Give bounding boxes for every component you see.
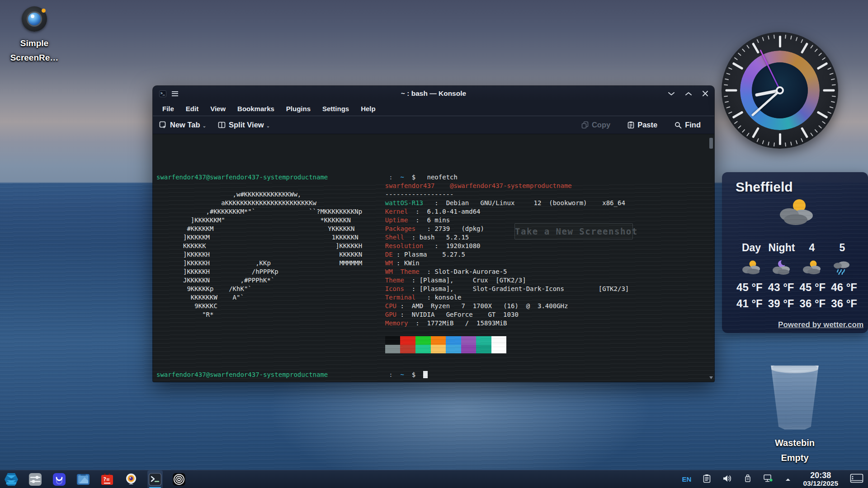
software-store-icon — [52, 473, 66, 486]
trash-icon — [769, 361, 820, 430]
menu-file[interactable]: File — [158, 103, 178, 114]
device-notifier-icon[interactable] — [744, 474, 751, 484]
scrollbar-thumb[interactable] — [709, 138, 713, 149]
forecast-col-night: Night — [768, 242, 796, 277]
menu-bookmarks[interactable]: Bookmarks — [233, 103, 278, 114]
paste-icon — [627, 121, 634, 129]
menu-help[interactable]: Help — [357, 103, 380, 114]
weather-current-icon — [722, 197, 868, 229]
scrollbar[interactable] — [708, 135, 714, 381]
taskbar-app-software-store[interactable] — [52, 470, 67, 488]
window-titlebar[interactable]: ~ : bash — Konsole — [153, 86, 714, 101]
wastebin-widget[interactable]: Wastebin Empty — [767, 361, 823, 465]
find-button[interactable]: Find — [675, 121, 701, 129]
taskbar: ?= EN 20:38 03/12/2025 — [0, 470, 868, 488]
system-settings-icon — [28, 473, 42, 486]
taskbar-app-launcher[interactable] — [4, 470, 19, 488]
new-tab-icon — [159, 121, 167, 129]
close-button[interactable] — [703, 91, 708, 96]
partly-cloudy-night-icon — [771, 259, 792, 275]
window-app-icon — [159, 90, 166, 97]
keyboard-layout-indicator[interactable]: EN — [682, 475, 692, 483]
weather-widget[interactable]: Sheffield Day Night 4 5 — [722, 172, 868, 333]
taskbar-app-file-manager[interactable] — [75, 470, 91, 488]
split-view-button[interactable]: Split View⌄ — [218, 121, 270, 129]
forecast-col-4: 4 — [798, 242, 826, 277]
hamburger-menu-icon[interactable] — [172, 91, 178, 96]
konsole-window: ~ : bash — Konsole File Edit View Bookma… — [153, 86, 714, 382]
minimize-button[interactable] — [668, 92, 675, 96]
expand-tray-icon[interactable] — [785, 475, 791, 483]
konsole-icon — [148, 473, 162, 486]
search-icon — [675, 122, 682, 129]
copy-icon — [581, 121, 589, 129]
forecast-col-5: 5 — [828, 242, 856, 277]
menu-plugins[interactable]: Plugins — [282, 103, 315, 114]
scrollbar-down-arrow-icon[interactable] — [709, 376, 713, 379]
taskbar-app-konsole[interactable] — [147, 470, 163, 488]
desktop-shortcut-simplescreenrecorder[interactable]: Simple ScreenRe… — [4, 6, 65, 66]
menu-settings[interactable]: Settings — [318, 103, 353, 114]
system-tray: EN 20:38 03/12/2025 — [682, 471, 868, 487]
menu-edit[interactable]: Edit — [182, 103, 203, 114]
clock-hub — [776, 86, 784, 94]
taskbar-app-system-settings[interactable] — [28, 470, 43, 488]
taskbar-app-simplescreenrecorder[interactable] — [171, 470, 187, 488]
new-tab-button[interactable]: New Tab⌄ — [159, 121, 206, 129]
file-manager-icon — [76, 473, 90, 486]
desktop: Simple ScreenRe… ~ : bash — Konsole File… — [0, 0, 868, 488]
forecast-col-day: Day — [737, 242, 765, 277]
volume-icon[interactable] — [722, 474, 732, 484]
svg-text:?=: ?= — [103, 476, 109, 483]
ghost-screenshot-button: Take a New Screenshot — [514, 223, 633, 239]
show-desktop-icon[interactable] — [850, 474, 863, 485]
partly-cloudy-day-icon — [741, 259, 762, 275]
taskbar-app-help-viewer[interactable]: ?= — [99, 470, 115, 488]
maximize-button[interactable] — [685, 92, 692, 96]
taskbar-app-webcam[interactable] — [123, 470, 139, 488]
help-viewer-icon: ?= — [100, 473, 114, 486]
weather-city: Sheffield — [722, 172, 868, 195]
simplescreenrecorder-icon — [22, 6, 47, 32]
simplescreenrecorder-tray-icon — [172, 473, 186, 486]
terminal-output[interactable]: Take a New Screenshot swarfendor437@swar… — [153, 134, 714, 382]
toolbar: New Tab⌄ Split View⌄ Copy Paste Find — [153, 116, 714, 134]
partly-cloudy-day-icon — [802, 259, 822, 275]
menu-bar: File Edit View Bookmarks Plugins Setting… — [153, 101, 714, 116]
analog-clock-widget[interactable] — [722, 32, 838, 149]
weather-low-temps: 41 °F 39 °F 36 °F 36 °F — [722, 294, 868, 310]
wastebin-label: Wastebin Empty — [767, 436, 823, 465]
weather-credit-link[interactable]: Powered by wetter.com — [778, 320, 863, 329]
rain-icon — [832, 259, 853, 275]
taskbar-clock[interactable]: 20:38 03/12/2025 — [803, 471, 838, 487]
window-title: ~ : bash — Konsole — [153, 89, 714, 98]
copy-button[interactable]: Copy — [581, 121, 610, 129]
webcam-icon — [124, 473, 138, 486]
split-view-icon — [218, 121, 226, 129]
weather-high-temps: 45 °F 43 °F 45 °F 46 °F — [722, 277, 868, 294]
weather-forecast-columns: Day Night 4 5 — [722, 229, 868, 277]
network-icon[interactable] — [763, 474, 773, 484]
clipboard-icon[interactable] — [703, 474, 711, 485]
app-launcher-icon — [4, 473, 19, 486]
menu-view[interactable]: View — [206, 103, 230, 114]
paste-button[interactable]: Paste — [627, 121, 657, 129]
shortcut-label: Simple ScreenRe… — [4, 36, 65, 66]
partly-cloudy-day-icon — [774, 197, 816, 227]
